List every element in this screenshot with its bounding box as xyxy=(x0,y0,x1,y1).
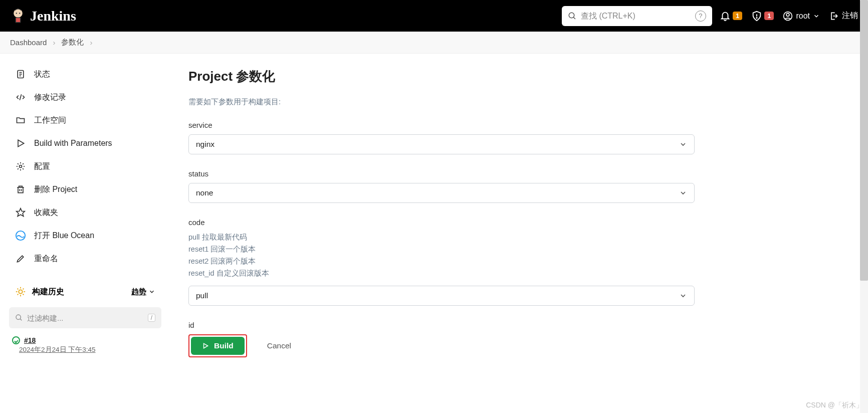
shield-alert-icon xyxy=(751,11,762,22)
breadcrumb-item[interactable]: Dashboard xyxy=(10,38,47,47)
cancel-button[interactable]: Cancel xyxy=(257,337,301,355)
bell-icon xyxy=(720,11,731,22)
param-label-code: code xyxy=(188,218,848,227)
search-icon xyxy=(15,314,23,322)
code-value: pull xyxy=(196,291,208,300)
notif-badge: 1 xyxy=(733,12,742,20)
param-label-service: service xyxy=(188,121,848,129)
status-select[interactable]: none xyxy=(188,183,695,203)
service-value: nginx xyxy=(196,140,214,149)
svg-marker-18 xyxy=(17,209,25,217)
build-button[interactable]: Build xyxy=(191,337,245,355)
gear-icon xyxy=(15,161,26,172)
sidebar-item-changes[interactable]: 修改记录 xyxy=(4,86,166,109)
blue-ocean-icon xyxy=(15,230,26,241)
filter-box[interactable]: / xyxy=(9,307,161,328)
sidebar-item-status[interactable]: 状态 xyxy=(4,63,166,86)
svg-rect-2 xyxy=(16,18,20,22)
trend-label: 趋势 xyxy=(131,287,146,297)
svg-line-15 xyxy=(20,94,21,100)
code-icon xyxy=(15,92,26,103)
chevron-down-icon xyxy=(679,292,687,300)
svg-line-30 xyxy=(20,319,22,320)
jenkins-logo-icon xyxy=(10,6,26,26)
svg-line-28 xyxy=(23,289,24,290)
user-icon xyxy=(783,11,793,21)
build-entry[interactable]: #18 2024年2月24日 下午3:45 xyxy=(4,332,166,358)
trend-link[interactable]: 趋势 xyxy=(131,287,155,297)
sidebar-item-label: 状态 xyxy=(34,69,50,80)
folder-icon xyxy=(15,115,26,126)
svg-point-4 xyxy=(19,13,20,14)
help-text: 需要如下参数用于构建项目: xyxy=(188,97,848,107)
filter-input[interactable] xyxy=(27,314,148,322)
logout-button[interactable]: 注销 xyxy=(829,11,858,21)
search-box[interactable]: ? xyxy=(562,6,712,26)
sun-icon xyxy=(15,286,26,297)
breadcrumb: Dashboard › 参数化 › xyxy=(0,32,868,54)
param-label-id: id xyxy=(188,321,848,329)
trash-icon xyxy=(15,184,26,195)
sidebar-item-rename[interactable]: 重命名 xyxy=(4,247,166,270)
service-select[interactable]: nginx xyxy=(188,134,695,154)
code-select[interactable]: pull xyxy=(188,286,695,306)
help-icon[interactable]: ? xyxy=(695,11,706,22)
svg-point-29 xyxy=(16,315,21,319)
sidebar-item-delete[interactable]: 删除 Project xyxy=(4,178,166,201)
chevron-right-icon: › xyxy=(53,38,55,47)
build-button-label: Build xyxy=(214,341,234,350)
chevron-down-icon xyxy=(148,288,155,295)
sidebar-item-blue-ocean[interactable]: 打开 Blue Ocean xyxy=(4,224,166,247)
svg-line-25 xyxy=(18,289,19,290)
user-menu[interactable]: root xyxy=(783,11,820,21)
notifications-button[interactable]: 1 xyxy=(720,11,742,22)
build-number[interactable]: #18 xyxy=(24,336,36,344)
sidebar-item-label: Build with Parameters xyxy=(34,139,112,148)
page-title: Project 参数化 xyxy=(188,68,848,85)
sidebar-item-label: 收藏夹 xyxy=(34,208,58,218)
logout-icon xyxy=(829,11,839,21)
build-history-title: 构建历史 xyxy=(32,287,64,297)
svg-point-20 xyxy=(19,290,22,293)
build-button-highlight: Build xyxy=(188,334,247,357)
svg-marker-31 xyxy=(204,343,208,348)
code-description: pull 拉取最新代码 reset1 回滚一个版本 reset2 回滚两个版本 … xyxy=(188,232,848,280)
logout-label: 注销 xyxy=(842,11,858,21)
sidebar-item-label: 删除 Project xyxy=(34,184,77,195)
sidebar-item-label: 配置 xyxy=(34,161,50,172)
alerts-button[interactable]: 1 xyxy=(751,11,774,22)
status-value: none xyxy=(196,188,213,197)
sidebar-item-workspace[interactable]: 工作空间 xyxy=(4,109,166,132)
slash-key-hint: / xyxy=(148,314,155,322)
svg-point-5 xyxy=(569,13,574,18)
logo[interactable]: Jenkins xyxy=(10,6,76,26)
success-status-icon xyxy=(12,336,20,344)
search-input[interactable] xyxy=(581,12,695,21)
sidebar-item-label: 打开 Blue Ocean xyxy=(34,231,94,241)
build-history-header: 构建历史 趋势 xyxy=(4,280,166,303)
chevron-down-icon xyxy=(679,189,687,197)
sidebar-item-label: 修改记录 xyxy=(34,92,66,103)
user-name: root xyxy=(796,12,810,21)
sidebar-item-label: 工作空间 xyxy=(34,115,66,126)
chevron-right-icon: › xyxy=(90,38,92,47)
svg-point-3 xyxy=(16,13,17,14)
build-time[interactable]: 2024年2月24日 下午3:45 xyxy=(19,345,155,354)
breadcrumb-item[interactable]: 参数化 xyxy=(61,38,84,47)
scrollbar-thumb[interactable] xyxy=(860,0,868,281)
sidebar: 状态 修改记录 工作空间 Build with Parameters 配置 删除… xyxy=(0,54,170,377)
param-label-status: status xyxy=(188,169,848,178)
play-icon xyxy=(15,138,26,149)
document-icon xyxy=(15,69,26,80)
main-content: Project 参数化 需要如下参数用于构建项目: service nginx … xyxy=(170,54,868,377)
svg-point-0 xyxy=(14,9,23,18)
alert-badge: 1 xyxy=(764,12,774,20)
svg-point-10 xyxy=(787,13,790,16)
sidebar-item-label: 重命名 xyxy=(34,254,58,264)
svg-line-26 xyxy=(23,294,24,295)
svg-line-6 xyxy=(573,17,575,19)
sidebar-item-configure[interactable]: 配置 xyxy=(4,155,166,178)
chevron-down-icon xyxy=(813,13,820,20)
sidebar-item-build-params[interactable]: Build with Parameters xyxy=(4,132,166,155)
sidebar-item-favorite[interactable]: 收藏夹 xyxy=(4,201,166,224)
